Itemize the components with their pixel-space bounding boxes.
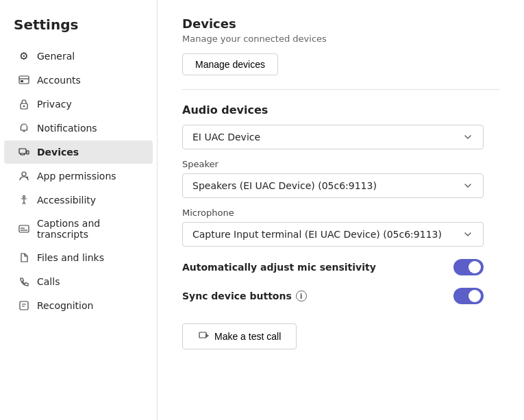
sidebar-item-label: Calls (37, 276, 60, 287)
auto-adjust-row: Automatically adjust mic sensitivity (182, 259, 484, 275)
section-subtitle: Manage your connected devices (182, 34, 499, 44)
svg-point-4 (23, 106, 25, 107)
microphone-value: Capture Input terminal (EI UAC Device) (… (192, 229, 442, 240)
svg-rect-6 (27, 151, 29, 154)
sidebar-item-label: Files and links (37, 252, 104, 263)
main-content: Devices Manage your connected devices Ma… (158, 0, 524, 420)
sidebar-item-label: Accounts (37, 75, 81, 86)
notifications-icon (18, 122, 30, 134)
speaker-value: Speakers (EI UAC Device) (05c6:9113) (192, 180, 377, 191)
sync-device-row: Sync device buttons i (182, 288, 484, 304)
speaker-select[interactable]: Speakers (EI UAC Device) (05c6:9113) (182, 173, 484, 198)
speaker-label: Speaker (182, 159, 499, 169)
sidebar-item-label: General (37, 51, 75, 62)
sidebar-item-label: Notifications (37, 123, 97, 134)
test-call-icon (198, 331, 209, 342)
sync-device-label: Sync device buttons i (182, 291, 307, 301)
app-permissions-icon (18, 170, 30, 182)
sidebar-item-privacy[interactable]: Privacy (4, 92, 153, 116)
chevron-down-icon (462, 229, 473, 240)
svg-rect-5 (19, 149, 26, 153)
divider (182, 89, 499, 90)
captions-icon (18, 223, 30, 235)
chevron-down-icon (462, 180, 473, 191)
devices-icon (18, 146, 30, 158)
microphone-label: Microphone (182, 208, 499, 218)
section-title: Devices (182, 16, 499, 31)
sidebar-item-calls[interactable]: Calls (4, 270, 153, 293)
info-icon[interactable]: i (296, 291, 307, 301)
sidebar: Settings ⚙️ General Accounts (0, 0, 158, 420)
audio-device-value: EI UAC Device (192, 132, 260, 143)
sidebar-item-recognition[interactable]: Recognition (4, 294, 153, 317)
test-call-button[interactable]: Make a test call (182, 323, 297, 349)
auto-adjust-toggle[interactable] (453, 259, 484, 275)
sidebar-item-label: App permissions (37, 171, 116, 182)
privacy-icon (18, 98, 30, 110)
svg-point-7 (22, 172, 26, 176)
accessibility-icon (18, 194, 30, 206)
calls-icon (18, 275, 30, 288)
settings-title: Settings (0, 11, 157, 44)
sidebar-item-accounts[interactable]: Accounts (4, 69, 153, 92)
svg-rect-9 (19, 225, 29, 232)
sidebar-item-label: Privacy (37, 99, 72, 110)
sidebar-item-files[interactable]: Files and links (4, 246, 153, 269)
svg-rect-13 (199, 332, 206, 338)
accounts-icon (18, 74, 30, 86)
general-icon: ⚙️ (18, 50, 30, 62)
auto-adjust-label: Automatically adjust mic sensitivity (182, 262, 376, 273)
sidebar-item-general[interactable]: ⚙️ General (4, 45, 153, 68)
sync-device-toggle[interactable] (453, 288, 484, 304)
svg-point-8 (23, 196, 25, 198)
test-call-label: Make a test call (214, 331, 281, 342)
sidebar-item-app-permissions[interactable]: App permissions (4, 164, 153, 188)
manage-devices-button[interactable]: Manage devices (182, 53, 278, 75)
svg-rect-0 (19, 76, 29, 84)
sidebar-item-label: Recognition (37, 300, 93, 311)
sidebar-item-devices[interactable]: Devices (4, 140, 153, 164)
audio-devices-title: Audio devices (182, 103, 499, 116)
microphone-select[interactable]: Capture Input terminal (EI UAC Device) (… (182, 222, 484, 247)
audio-device-select[interactable]: EI UAC Device (182, 125, 484, 149)
svg-rect-12 (20, 301, 28, 310)
sidebar-item-label: Captions and transcripts (37, 218, 139, 240)
files-icon (18, 251, 30, 264)
sidebar-item-label: Devices (37, 147, 79, 158)
sidebar-item-notifications[interactable]: Notifications (4, 116, 153, 140)
sidebar-item-label: Accessibility (37, 195, 96, 206)
chevron-down-icon (462, 132, 473, 143)
recognition-icon (18, 299, 30, 312)
sidebar-item-accessibility[interactable]: Accessibility (4, 188, 153, 212)
sidebar-item-captions[interactable]: Captions and transcripts (4, 212, 153, 245)
svg-rect-2 (21, 80, 23, 82)
